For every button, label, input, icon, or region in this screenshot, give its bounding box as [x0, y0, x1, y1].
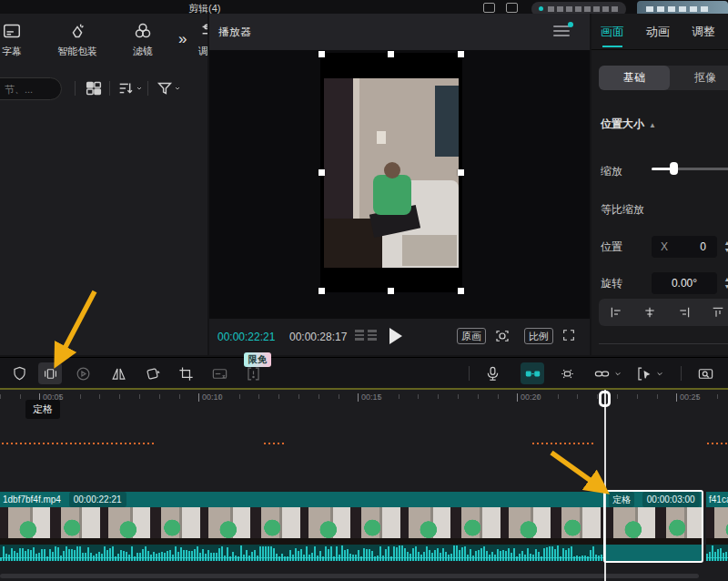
cloud-backup-status[interactable] [531, 2, 626, 14]
next-clip-filename: f41ca [709, 494, 728, 505]
player-controls: 00:00:22:21 00:00:28:17 原画 比例 [209, 319, 590, 355]
player-menu-icon[interactable] [553, 25, 570, 37]
freeze-frame-button[interactable] [38, 362, 62, 384]
rotation-stepper[interactable]: ▲▼ [721, 272, 728, 294]
video-frame [324, 78, 459, 268]
window-panel-icon[interactable] [506, 3, 518, 13]
link-dropdown-icon[interactable] [612, 362, 624, 384]
player-panel: 播放器 [209, 14, 590, 355]
selection-handle[interactable] [318, 288, 325, 294]
selection-handle[interactable] [318, 51, 325, 57]
freeze-tooltip: 定格 [25, 400, 60, 419]
mask-shield-icon[interactable] [7, 362, 31, 384]
reverse-play-icon[interactable] [71, 362, 95, 384]
video-clip-main[interactable]: 1dbf7bf4f.mp4 00:00:22:21 [0, 492, 603, 561]
align-right-button[interactable] [667, 305, 702, 320]
scale-slider[interactable] [652, 162, 728, 175]
freeze-badge: 定格 [609, 492, 634, 507]
smart-pack-icon [67, 21, 87, 41]
rotate-icon[interactable] [140, 362, 164, 384]
tool-filter[interactable]: 滤镜 [116, 21, 169, 58]
playhead-line[interactable] [604, 390, 606, 581]
align-top-button[interactable] [702, 305, 728, 320]
focus-zoom-icon[interactable] [494, 328, 511, 344]
crop-icon[interactable] [174, 362, 197, 384]
position-stepper[interactable]: ▲▼ [721, 236, 728, 258]
selection-handle[interactable] [318, 169, 325, 176]
sort-chevron-icon[interactable] [134, 78, 145, 98]
tab-adjust[interactable]: 调整 [692, 24, 715, 40]
preview-stage [209, 50, 590, 319]
rotation-input[interactable]: 0.00° [652, 272, 717, 294]
original-quality-button[interactable]: 原画 [457, 328, 486, 344]
inspector-panel: 画面 动画 调整 基础 抠像 位置大小▲ 缩放 等比缩放 位置 X 0 ▲▼ 旋… [592, 14, 728, 355]
inspector-subtabs: 基础 抠像 [599, 66, 728, 90]
tool-smart-pack[interactable]: 智能包装 [51, 21, 104, 58]
slider-thumb[interactable] [670, 162, 678, 175]
selection-handle[interactable] [458, 288, 464, 294]
record-mic-icon[interactable] [480, 362, 504, 384]
timeline-ruler[interactable]: 00:0500:1000:1500:2000:25 [0, 390, 728, 410]
toolbar-expand-button[interactable]: » [178, 30, 185, 48]
tool-adjust[interactable]: 调节 [182, 21, 207, 58]
subtab-cutout[interactable]: 抠像 [670, 66, 728, 90]
player-title: 播放器 [218, 25, 251, 40]
search-input[interactable] [0, 77, 62, 100]
adjust-sliders-icon [198, 21, 207, 41]
snap-magnet-icon[interactable] [521, 362, 544, 384]
fullscreen-icon[interactable] [561, 328, 576, 342]
freeze-frame-clip[interactable]: 定格 00:00:03:00 [603, 490, 703, 563]
frame-compare-icon[interactable] [355, 330, 377, 344]
notify-dot-icon [568, 22, 573, 27]
align-left-button[interactable] [599, 305, 633, 320]
person-figure [371, 162, 413, 242]
video-clip-next[interactable]: f41ca [706, 492, 728, 561]
select-tool-icon[interactable] [632, 362, 655, 384]
linkage-icon[interactable] [555, 362, 579, 384]
filter-rings-icon [133, 21, 153, 41]
filter-chevron-icon[interactable] [172, 78, 183, 98]
media-toolbar: 字幕 智能包装 滤镜 调节 [0, 21, 207, 58]
clip-waveform [0, 545, 603, 561]
collapse-caret-icon: ▲ [649, 121, 656, 129]
layout-toggle-icon[interactable] [483, 3, 495, 13]
status-dot-icon [539, 6, 543, 11]
export-button[interactable] [637, 1, 728, 14]
select-dropdown-icon[interactable] [653, 362, 666, 384]
freeze-duration: 00:00:03:00 [642, 492, 700, 507]
current-timecode: 00:00:22:21 [217, 331, 275, 343]
selection-handle[interactable] [388, 288, 394, 294]
subtab-basic[interactable]: 基础 [599, 66, 670, 90]
smart-subtitle-icon[interactable] [207, 362, 231, 384]
selection-handle[interactable] [458, 169, 464, 176]
player-header: 播放器 [209, 14, 590, 50]
position-x-input[interactable]: X 0 [652, 236, 717, 258]
section-position-size[interactable]: 位置大小▲ [601, 117, 656, 132]
tool-subtitle[interactable]: 字幕 [0, 21, 38, 58]
selection-handle[interactable] [458, 51, 464, 57]
grid-view-icon[interactable] [84, 78, 104, 98]
titlebar: 剪辑(4) [0, 0, 728, 14]
link-clips-icon[interactable] [590, 362, 613, 384]
free-limited-badge: 限免 [244, 352, 271, 367]
waveform-markers [2, 443, 155, 444]
mirror-icon[interactable] [106, 362, 130, 384]
alignment-toolbar [599, 299, 728, 326]
clip-filename: 1dbf7bf4f.mp4 [3, 494, 61, 505]
project-title: 剪辑(4) [188, 2, 220, 14]
media-panel: 字幕 智能包装 滤镜 调节 » [0, 14, 207, 355]
subtitle-icon [2, 21, 22, 41]
preview-axis-icon[interactable] [693, 362, 717, 384]
tab-animation[interactable]: 动画 [646, 24, 670, 40]
ratio-button[interactable]: 比例 [524, 328, 553, 344]
timeline-scrollbar[interactable] [0, 574, 728, 578]
tab-picture[interactable]: 画面 [601, 24, 624, 40]
play-button[interactable] [389, 328, 402, 344]
rotation-label: 旋转 [601, 276, 622, 291]
video-preview[interactable] [320, 53, 462, 292]
playhead-handle[interactable] [599, 391, 611, 407]
media-filter-row [0, 76, 207, 103]
selection-handle[interactable] [388, 51, 394, 57]
next-clip-waveform [706, 545, 728, 561]
align-center-h-button[interactable] [633, 305, 668, 320]
